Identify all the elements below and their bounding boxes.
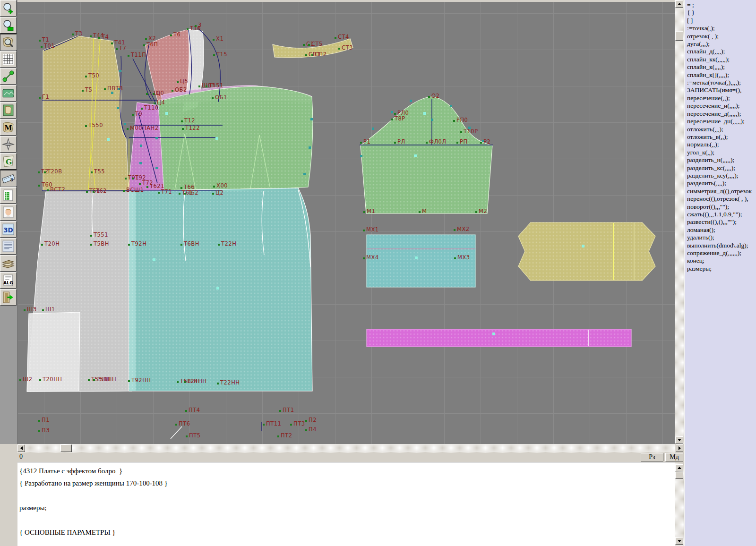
pattern-m-icon[interactable]: M xyxy=(0,119,17,136)
point-marker[interactable] xyxy=(394,113,396,115)
curve-node-marker[interactable] xyxy=(310,118,313,120)
measure-line-icon[interactable] xyxy=(0,68,17,85)
scroll-right-button[interactable] xyxy=(676,444,683,452)
curve-node-marker[interactable] xyxy=(111,92,113,94)
point-marker[interactable] xyxy=(132,114,134,116)
point-marker[interactable] xyxy=(170,34,172,36)
curve-node-marker[interactable] xyxy=(360,155,362,157)
command-item[interactable]: нормаль(,,); xyxy=(687,141,756,148)
ruler-icon[interactable]: 8 xyxy=(0,170,17,187)
command-item[interactable]: ломаная(); xyxy=(687,226,756,234)
canvas-vscrollbar[interactable] xyxy=(675,0,684,444)
point-marker[interactable] xyxy=(38,171,40,173)
point-marker[interactable] xyxy=(181,120,183,122)
curve-node-marker[interactable] xyxy=(139,162,142,164)
point-marker[interactable] xyxy=(213,39,215,41)
command-item[interactable]: = ; xyxy=(687,1,756,9)
point-marker[interactable] xyxy=(213,54,215,56)
command-item[interactable]: пересечение_дн(,,,,,); xyxy=(687,118,756,125)
command-item[interactable]: сплайн_к(,,,,); xyxy=(687,63,756,71)
point-marker[interactable] xyxy=(172,90,173,92)
zoom-window-icon[interactable] xyxy=(0,17,17,34)
point-marker[interactable] xyxy=(363,230,365,231)
point-marker[interactable] xyxy=(90,235,92,237)
piece-center-marker[interactable] xyxy=(153,258,155,261)
point-marker[interactable] xyxy=(88,379,90,381)
pattern-g-icon[interactable]: G xyxy=(0,153,17,170)
point-marker[interactable] xyxy=(206,85,207,87)
point-marker[interactable] xyxy=(44,171,46,173)
point-marker[interactable] xyxy=(335,37,336,39)
point-marker[interactable] xyxy=(38,185,40,187)
point-marker[interactable] xyxy=(218,244,220,246)
point-marker[interactable] xyxy=(41,244,43,246)
algorithm-editor[interactable]: {4312 Платье с эффектом болро }{ Разрабо… xyxy=(17,462,675,546)
point-marker[interactable] xyxy=(47,189,49,191)
compass-icon[interactable] xyxy=(0,136,17,153)
command-item[interactable]: сплайн_д(,,,,); xyxy=(687,48,756,55)
image-icon[interactable] xyxy=(0,85,17,102)
command-item[interactable]: разделить_н(,,,,,); xyxy=(687,156,756,164)
editor-scroll-up-button[interactable] xyxy=(675,464,683,471)
text-list-icon[interactable] xyxy=(0,238,17,255)
command-item[interactable]: удалить(); xyxy=(687,234,756,241)
piece-center-marker[interactable] xyxy=(165,112,168,115)
point-marker[interactable] xyxy=(153,93,155,95)
point-marker[interactable] xyxy=(456,142,458,144)
curve-node-marker[interactable] xyxy=(119,70,121,72)
command-item[interactable]: размеры; xyxy=(687,265,756,273)
point-marker[interactable] xyxy=(180,187,182,189)
point-marker[interactable] xyxy=(39,97,41,99)
command-item[interactable]: разделить(,,,,); xyxy=(687,179,756,187)
point-marker[interactable] xyxy=(303,44,305,46)
scroll-left-button[interactable] xyxy=(17,444,25,452)
point-marker[interactable] xyxy=(460,131,462,133)
point-marker[interactable] xyxy=(360,142,362,144)
point-marker[interactable] xyxy=(19,379,21,381)
point-marker[interactable] xyxy=(90,35,92,37)
point-marker[interactable] xyxy=(263,424,265,426)
scroll-down-button[interactable] xyxy=(675,436,683,444)
point-marker[interactable] xyxy=(338,48,340,50)
point-marker[interactable] xyxy=(195,25,197,27)
command-item[interactable]: симметрия_л((),отрезок xyxy=(687,188,756,195)
point-marker[interactable] xyxy=(141,108,143,110)
point-marker[interactable] xyxy=(143,44,145,46)
vscroll-thumb[interactable] xyxy=(675,31,683,41)
point-marker[interactable] xyxy=(128,380,130,382)
point-marker[interactable] xyxy=(212,193,214,195)
editor-scroll-down-button[interactable] xyxy=(675,537,683,545)
command-item[interactable]: :=точка(,); xyxy=(687,25,756,32)
command-item[interactable]: пересечение_д(,,,,,); xyxy=(687,110,756,118)
point-marker[interactable] xyxy=(428,96,430,98)
point-marker[interactable] xyxy=(454,257,456,259)
point-marker[interactable] xyxy=(391,119,393,120)
command-item[interactable]: отложить(,,,); xyxy=(687,126,756,133)
command-item[interactable]: пересечение_н(,,,,); xyxy=(687,102,756,110)
point-marker[interactable] xyxy=(179,193,180,195)
curve-node-marker[interactable] xyxy=(391,111,393,113)
piece-center-marker[interactable] xyxy=(582,245,584,247)
command-item[interactable]: отрезок( , ); xyxy=(687,33,756,40)
editor-vscroll-thumb[interactable] xyxy=(675,472,683,479)
command-item[interactable]: конец; xyxy=(687,257,756,264)
curve-node-marker[interactable] xyxy=(124,123,126,125)
command-item[interactable]: пересечение(,,); xyxy=(687,94,756,102)
point-marker[interactable] xyxy=(24,309,26,311)
point-marker[interactable] xyxy=(277,435,279,437)
command-item[interactable]: выполнить(dmod\.alg); xyxy=(687,242,756,249)
point-marker[interactable] xyxy=(426,142,428,144)
point-marker[interactable] xyxy=(91,171,93,173)
preview-pattern-icon[interactable] xyxy=(0,34,17,51)
point-marker[interactable] xyxy=(184,381,186,383)
point-marker[interactable] xyxy=(217,383,219,384)
point-marker[interactable] xyxy=(85,76,87,77)
point-marker[interactable] xyxy=(104,88,106,90)
point-marker[interactable] xyxy=(187,28,189,30)
point-marker[interactable] xyxy=(180,244,182,246)
point-marker[interactable] xyxy=(177,81,179,83)
hscroll-thumb[interactable] xyxy=(60,444,72,452)
point-marker[interactable] xyxy=(363,257,365,259)
point-marker[interactable] xyxy=(38,430,40,432)
point-marker[interactable] xyxy=(363,211,365,213)
